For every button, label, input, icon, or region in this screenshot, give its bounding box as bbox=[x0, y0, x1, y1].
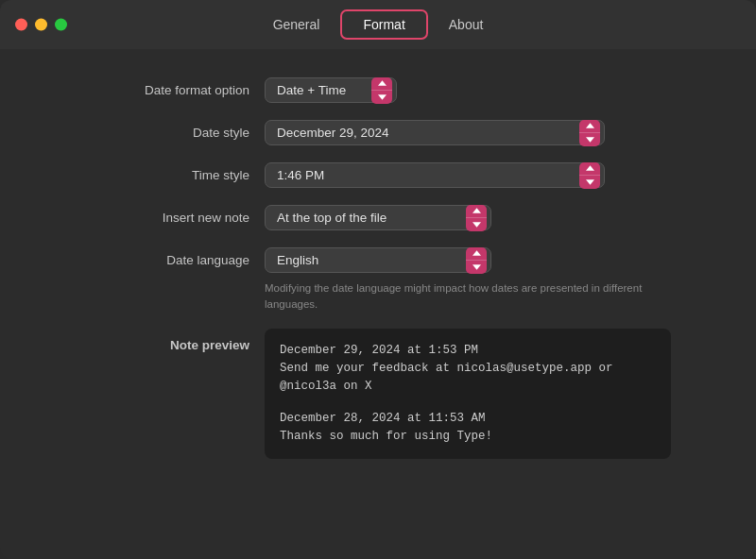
stepper-up[interactable] bbox=[371, 77, 392, 92]
insert-note-stepper[interactable] bbox=[466, 205, 487, 231]
date-language-stepper[interactable] bbox=[466, 247, 487, 274]
date-language-label: Date language bbox=[57, 253, 265, 267]
note-preview-box: December 29, 2024 at 1:53 PM Send me you… bbox=[265, 329, 671, 460]
tab-general[interactable]: General bbox=[252, 11, 341, 38]
preview-paragraph-2: December 28, 2024 at 11:53 AM Thanks so … bbox=[280, 410, 656, 447]
date-format-row: Date format option Date + Time bbox=[57, 77, 699, 103]
date-format-label: Date format option bbox=[57, 83, 265, 97]
titlebar: General Format About bbox=[0, 0, 756, 49]
preview-paragraph-1: December 29, 2024 at 1:53 PM Send me you… bbox=[280, 342, 656, 397]
stepper-up[interactable] bbox=[466, 247, 487, 262]
stepper-down[interactable] bbox=[579, 133, 600, 146]
stepper-down[interactable] bbox=[579, 176, 600, 189]
time-style-row: Time style 1:46 PM bbox=[57, 162, 699, 188]
time-style-stepper[interactable] bbox=[579, 162, 600, 189]
date-language-hint: Modifying the date language might impact… bbox=[265, 280, 662, 313]
date-style-stepper[interactable] bbox=[579, 120, 600, 146]
date-language-select[interactable]: English bbox=[265, 247, 491, 273]
maximize-button[interactable] bbox=[55, 19, 67, 31]
date-format-wrapper: Date + Time bbox=[265, 77, 397, 103]
date-style-label: Date style bbox=[57, 126, 265, 140]
insert-note-select[interactable]: At the top of the file bbox=[265, 205, 491, 230]
stepper-down[interactable] bbox=[371, 91, 392, 104]
date-style-select[interactable]: December 29, 2024 bbox=[265, 120, 605, 145]
stepper-down[interactable] bbox=[466, 218, 487, 231]
note-preview-row: Note preview December 29, 2024 at 1:53 P… bbox=[57, 329, 699, 460]
content-area: Date format option Date + Time Date styl… bbox=[0, 49, 756, 559]
window-controls bbox=[15, 19, 67, 31]
app-window: General Format About Date format option … bbox=[0, 0, 756, 559]
close-button[interactable] bbox=[15, 19, 27, 31]
time-style-label: Time style bbox=[57, 168, 265, 182]
tab-about[interactable]: About bbox=[428, 11, 505, 38]
stepper-up[interactable] bbox=[579, 162, 600, 177]
stepper-up[interactable] bbox=[466, 205, 487, 219]
tab-bar: General Format About bbox=[252, 9, 505, 40]
insert-note-wrapper: At the top of the file bbox=[265, 205, 491, 230]
insert-note-row: Insert new note At the top of the file bbox=[57, 205, 699, 230]
insert-note-label: Insert new note bbox=[57, 211, 265, 225]
stepper-down[interactable] bbox=[466, 261, 487, 274]
minimize-button[interactable] bbox=[35, 19, 47, 31]
time-style-wrapper: 1:46 PM bbox=[265, 162, 605, 188]
time-style-select[interactable]: 1:46 PM bbox=[265, 162, 605, 188]
stepper-up[interactable] bbox=[579, 120, 600, 134]
date-style-wrapper: December 29, 2024 bbox=[265, 120, 605, 145]
date-format-stepper[interactable] bbox=[371, 77, 392, 104]
date-language-wrapper: English bbox=[265, 247, 491, 273]
note-preview-label: Note preview bbox=[57, 329, 265, 352]
tab-format[interactable]: Format bbox=[340, 9, 427, 40]
date-style-row: Date style December 29, 2024 bbox=[57, 120, 699, 145]
date-language-row: Date language English bbox=[57, 247, 699, 273]
